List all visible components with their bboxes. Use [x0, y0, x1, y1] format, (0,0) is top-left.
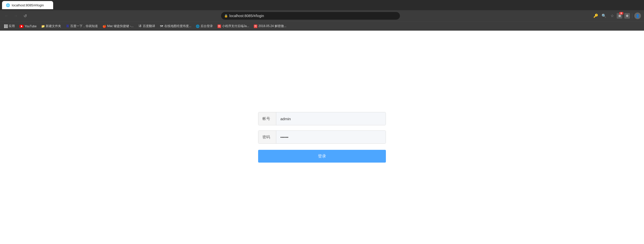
- refresh-icon: ↺: [24, 14, 27, 18]
- login-button[interactable]: 登录: [258, 150, 386, 163]
- back-icon: ←: [5, 14, 9, 18]
- bookmark-youtube-label: YouTube: [25, 25, 37, 28]
- youtube-icon: [19, 25, 24, 28]
- active-tab[interactable]: 🌐 localhost:8085/#/login: [2, 1, 53, 9]
- address-bar[interactable]: 🔒 localhost:8085/#/login: [221, 12, 400, 20]
- bookmark-decrypt-label: 2018.05.24 解密微...: [258, 24, 286, 28]
- extension-icon-2[interactable]: ⚙: [624, 13, 630, 19]
- profile-icon: 👤: [636, 14, 640, 18]
- baidu-icon: 百: [66, 25, 69, 28]
- nav-right: 🔑 🔍 ☆ ⊞ 8 ⚙ 👤: [592, 12, 641, 19]
- bookmark-apps-label: 应用: [9, 24, 15, 28]
- username-label: 帐号: [258, 112, 276, 125]
- bookmarks-bar: 应用 YouTube 📁 新建文件夹 百 百度一下，你就知道 🍎 Mac 键盘快…: [0, 21, 644, 31]
- nav-bar: ← → ↺ 🔒 localhost:8085/#/login 🔑 🔍 ☆: [0, 10, 644, 21]
- profile-button[interactable]: 👤: [634, 13, 641, 19]
- search-button[interactable]: 🔍: [600, 12, 607, 19]
- password-input[interactable]: [276, 131, 386, 143]
- apps-grid-icon: [4, 25, 8, 28]
- bookmark-miniprogram-pay[interactable]: 简 小程序支付后端Ja...: [215, 23, 251, 29]
- bookmark-baidu-search-label: 百度一下，你就知道: [70, 24, 98, 28]
- username-field-container: 帐号: [258, 112, 386, 125]
- bookmark-youtube[interactable]: YouTube: [17, 23, 39, 29]
- tab-title: localhost:8085/#/login: [12, 3, 44, 7]
- bookmark-decrypt[interactable]: 简 2018.05.24 解密微...: [252, 23, 288, 29]
- key-icon: 🔑: [593, 14, 598, 18]
- star-icon: ☆: [611, 14, 614, 18]
- bookmark-map[interactable]: 🗺 在线地图经度纬度...: [158, 23, 193, 29]
- login-button-label: 登录: [318, 154, 326, 158]
- bookmark-star-button[interactable]: ☆: [608, 12, 616, 19]
- bookmark-miniprogram-pay-label: 小程序支付后端Ja...: [222, 24, 249, 28]
- back-button[interactable]: ←: [3, 12, 10, 19]
- bookmark-backend-login-label: 后台登录: [201, 24, 213, 28]
- lock-icon: 🔒: [224, 14, 228, 18]
- globe-icon: 🌐: [196, 25, 200, 28]
- login-form: 帐号 密码 登录: [258, 112, 386, 163]
- search-icon: 🔍: [602, 14, 606, 18]
- notification-badge: 8: [619, 12, 623, 15]
- bookmark-new-folder-label: 新建文件夹: [46, 24, 61, 28]
- browser-chrome: 🌐 localhost:8085/#/login ← → ↺ 🔒 localho…: [0, 0, 644, 31]
- page-content: 帐号 密码 登录: [0, 31, 644, 244]
- bookmark-baidu-search[interactable]: 百 百度一下，你就知道: [64, 23, 100, 29]
- miniprogram-icon: 简: [217, 25, 221, 28]
- bookmark-baidu-translate-label: 百度翻译: [143, 24, 155, 28]
- nav-divider: [632, 13, 632, 18]
- bookmark-apps[interactable]: 应用: [2, 23, 17, 29]
- key-button[interactable]: 🔑: [592, 12, 599, 19]
- bookmark-backend-login[interactable]: 🌐 后台登录: [194, 23, 215, 29]
- forward-button[interactable]: →: [12, 12, 19, 19]
- password-label: 密码: [258, 131, 276, 143]
- password-field-container: 密码: [258, 130, 386, 144]
- forward-icon: →: [14, 14, 18, 18]
- refresh-button[interactable]: ↺: [21, 12, 29, 19]
- bookmark-baidu-translate[interactable]: 译 百度翻译: [136, 23, 157, 29]
- bookmark-mac-shortcuts[interactable]: 🍎 Mac 键盘快捷键 -...: [100, 23, 135, 29]
- username-input[interactable]: [276, 112, 386, 125]
- translate-icon: 译: [138, 25, 142, 28]
- apple-icon: 🍎: [102, 25, 106, 28]
- miniprogram2-icon: 简: [254, 25, 257, 28]
- tab-favicon: 🌐: [6, 3, 10, 7]
- address-text: localhost:8085/#/login: [229, 14, 397, 18]
- bookmark-mac-shortcuts-label: Mac 键盘快捷键 -...: [107, 24, 133, 28]
- bookmark-map-label: 在线地图经度纬度...: [164, 24, 191, 28]
- extension-notifications[interactable]: ⊞ 8: [617, 13, 622, 19]
- map-icon: 🗺: [160, 25, 163, 28]
- folder-icon: 📁: [41, 25, 45, 28]
- bookmark-new-folder[interactable]: 📁 新建文件夹: [39, 23, 63, 29]
- tab-bar: 🌐 localhost:8085/#/login: [0, 0, 644, 10]
